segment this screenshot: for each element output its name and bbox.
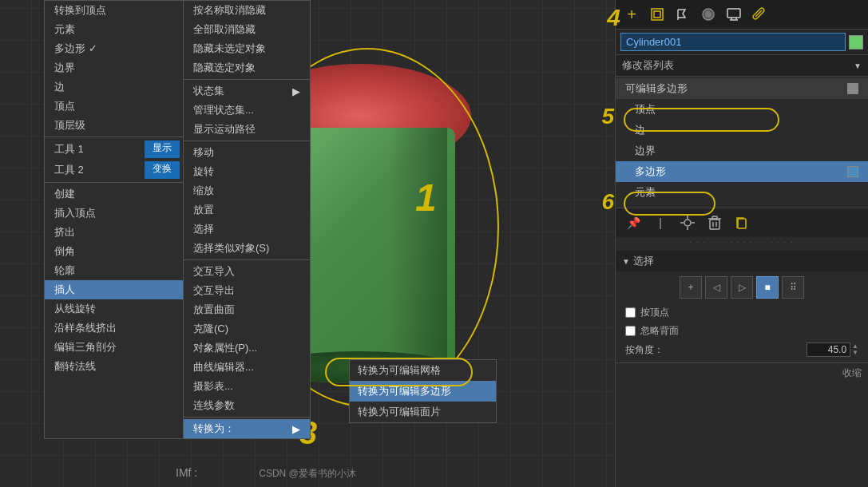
menu-item-wire-params[interactable]: 连线参数 [184,396,310,415]
menu-item-select[interactable]: 选择 [184,220,310,239]
sel-icon-triangle-right[interactable]: ▷ [731,276,753,299]
left-menu: 转换到顶点 元素 多边形 ✓ 边界 边 顶点 顶层级 工具 1 显示 工具 2 … [44,0,184,439]
menu-item-curve-editor[interactable]: 曲线编辑器... [184,358,310,377]
sel-icon-plus[interactable]: + [680,276,702,299]
menu-item-convert-to-vertex[interactable]: 转换到顶点 [45,1,183,20]
trash-icon[interactable] [704,212,726,234]
menu-item-unhide-by-name[interactable]: 按名称取消隐藏 [184,1,310,20]
modifier-list-dropdown[interactable]: ▼ [854,61,862,70]
pin-icon[interactable]: 📌 [622,212,644,234]
menu-item-create[interactable]: 创建 [45,184,183,204]
dots-separator: · · · · · · · · · · · · · · · · · · · · [616,237,868,247]
menu-item-rotate[interactable]: 旋转 [184,162,310,181]
toolbar-icon-wrench[interactable] [748,3,771,26]
angle-down[interactable]: ▼ [852,350,858,356]
modifier-border[interactable]: 边界 [616,141,868,161]
tool1-label: 工具 1 [48,141,143,158]
menu-item-revolve[interactable]: 从线旋转 [45,299,183,319]
selection-section-title[interactable]: ▼ 选择 [616,251,868,271]
menu-item-element[interactable]: 元素 [45,20,183,39]
toolbar-icon-monitor[interactable] [723,3,745,26]
convert-menu-editable-poly[interactable]: 转换为可编辑多边形 [350,381,496,402]
modifier-editable-poly[interactable]: 可编辑多边形 [616,78,868,99]
top-toolbar: 4 + [616,0,868,30]
checkbox-by-vertex[interactable] [625,307,636,318]
menu-item-hide-selected[interactable]: 隐藏选定对象 [184,58,310,77]
modifier-element[interactable]: 元素 [616,182,868,203]
menu-item-import-interactive[interactable]: 交互导入 [184,262,310,281]
svg-rect-15 [710,220,719,229]
display-btn[interactable]: 显示 [145,141,180,158]
sel-icon-dots[interactable]: ⠿ [782,276,804,299]
menu-item-place[interactable]: 放置 [184,200,310,220]
modifier-edge-label: 边 [635,123,645,137]
copy-icon[interactable] [731,212,753,234]
menu-item-edge[interactable]: 边 [45,77,183,97]
angle-input[interactable] [807,342,850,357]
svg-point-4 [705,11,711,18]
svg-rect-20 [738,219,746,228]
convert-menu-editable-mesh[interactable]: 转换为可编辑网格 [350,360,496,381]
menu-item-clone[interactable]: 克隆(C) [184,319,310,339]
svg-point-10 [684,220,691,226]
menu-item-polygon-checked[interactable]: 多边形 ✓ [45,39,183,58]
menu-item-outline[interactable]: 轮廓 [45,261,183,280]
checkbox-ignore-backface[interactable] [625,326,636,336]
configure-icon[interactable] [676,212,699,234]
menu-item-extrude[interactable]: 挤出 [45,223,183,242]
menu-item-stateset[interactable]: 状态集▶ [184,81,310,101]
menu-item-dope-sheet[interactable]: 摄影表... [184,377,310,396]
modifier-polygon-label: 多边形 [635,164,666,179]
menu-item-scale[interactable]: 缩放 [184,181,310,200]
menu-item-place-surface[interactable]: 放置曲面 [184,300,310,319]
svg-rect-17 [712,216,717,219]
menu-item-export-interactive[interactable]: 交互导出 [184,281,310,300]
imf-label: IMf : [176,466,197,479]
modifier-vertex[interactable]: 顶点 [616,99,868,120]
menu-item-insert-highlighted[interactable]: 插人 [45,280,183,299]
toolbar-icon-flag[interactable] [672,3,694,26]
menu-item-move[interactable]: 移动 [184,143,310,162]
menu-item-flip-normal[interactable]: 翻转法线 [45,357,183,376]
menu-item-unhide-all[interactable]: 全部取消隐藏 [184,20,310,39]
svg-rect-5 [727,9,740,18]
checkbox-by-vertex-label: 按顶点 [640,306,669,319]
change-btn[interactable]: 变换 [145,161,180,179]
menu-item-vertex[interactable]: 顶点 [45,97,183,116]
menu-item-manage-stateset[interactable]: 管理状态集... [184,101,310,120]
menu-item-border[interactable]: 边界 [45,58,183,77]
object-name-row [616,30,868,55]
menu-item-bevel[interactable]: 倒角 [45,242,183,261]
toolbar-icon-plus[interactable]: + [620,3,643,26]
convert-menu-editable-patch[interactable]: 转换为可编辑面片 [350,402,496,422]
sel-icon-triangle-left[interactable]: ◁ [705,276,727,299]
menu-item-show-motion-path[interactable]: 显示运动路径 [184,120,310,139]
sel-icon-square[interactable]: ■ [756,276,779,299]
tool-row-2: 工具 2 变换 [45,160,183,180]
angle-spinner[interactable]: ▲ ▼ [852,343,858,356]
menu-item-insert-vertex[interactable]: 插入顶点 [45,204,183,223]
svg-rect-0 [652,9,663,20]
modifier-editable-poly-label: 可编辑多边形 [625,81,688,96]
modifier-edge[interactable]: 边 [616,120,868,141]
object-color-box[interactable] [849,35,863,49]
modifier-polygon[interactable]: 多边形 [616,161,868,182]
right-panel: 4 + 修改器列表 ▼ 可编辑多边形 [615,0,868,487]
toolbar-icon-circle[interactable] [697,3,719,26]
menu-item-convert-to[interactable]: 转换为：▶ [184,419,310,438]
bottom-label: 收缩 [616,362,868,383]
modifier-toolbar: 📌 | [616,208,868,237]
viewport: 1 2 3 转换到顶点 元素 多边形 ✓ 边界 边 顶点 顶层级 工具 1 显示… [0,0,615,487]
object-name-input[interactable] [620,33,846,51]
menu-item-select-similar[interactable]: 选择类似对象(S) [184,239,310,258]
menu-item-object-props[interactable]: 对象属性(P)... [184,339,310,358]
checkbox-ignore-backface-label: 忽略背面 [640,324,679,338]
menu-item-toplevel[interactable]: 顶层级 [45,116,183,135]
toolbar-icon-rect[interactable] [646,3,668,26]
menu-item-hide-unselected[interactable]: 隐藏未选定对象 [184,39,310,58]
menu-item-along-spline[interactable]: 沿样条线挤出 [45,319,183,338]
menu-item-edit-tri[interactable]: 编辑三角剖分 [45,338,183,357]
selection-icons-row: + ◁ ▷ ■ ⠿ [616,271,868,303]
svg-line-9 [755,10,762,17]
checkbox-ignore-backface-row: 忽略背面 [616,322,868,340]
